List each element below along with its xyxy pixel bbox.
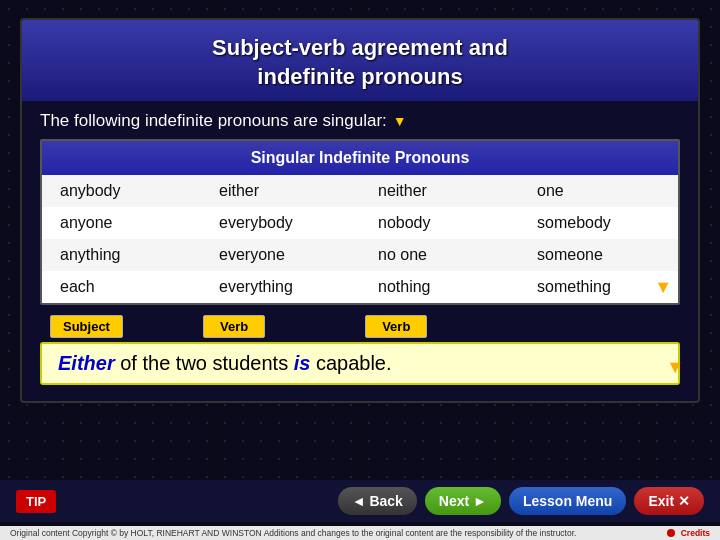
red-dot-icon <box>667 529 675 537</box>
exit-button[interactable]: Exit ✕ <box>634 487 704 515</box>
tip-badge: TIP <box>16 490 56 513</box>
pronouns-table: anybody either neither one anyone everyb… <box>42 175 678 303</box>
lesson-menu-button[interactable]: Lesson Menu <box>509 487 626 515</box>
table-cell: each <box>42 271 201 303</box>
table-cell: something ▼ <box>519 271 678 303</box>
nav-bar: TIP ◄ Back Next ► Lesson Menu Exit ✕ <box>0 480 720 522</box>
copyright-text: Original content Copyright © by HOLT, RI… <box>10 528 576 538</box>
table-cell: someone <box>519 239 678 271</box>
verb1-label: Verb <box>203 315 265 338</box>
subtitle-text: The following indefinite pronouns are si… <box>40 111 387 131</box>
table-row: anyone everybody nobody somebody <box>42 207 678 239</box>
back-button[interactable]: ◄ Back <box>338 487 417 515</box>
table-row: each everything nothing something ▼ <box>42 271 678 303</box>
credits-link[interactable]: Credits <box>681 528 710 538</box>
table-cell: everyone <box>201 239 360 271</box>
example-sentence: Either of the two students is capable. <box>40 342 680 385</box>
verb2-label: Verb <box>365 315 427 338</box>
table-cell: neither <box>360 175 519 207</box>
table-cell: either <box>201 175 360 207</box>
table-cell: anything <box>42 239 201 271</box>
highlighted-either: Either <box>58 352 115 374</box>
title-line1: Subject-verb agreement and <box>212 35 508 60</box>
title-line2: indefinite pronouns <box>257 64 462 89</box>
table-cell: no one <box>360 239 519 271</box>
table-row: anything everyone no one someone <box>42 239 678 271</box>
table-cell: anybody <box>42 175 201 207</box>
main-content-panel: Subject-verb agreement and indefinite pr… <box>20 18 700 403</box>
bottom-section: Subject Verb Verb Either of the two stud… <box>40 315 680 385</box>
label-row: Subject Verb Verb <box>40 315 680 338</box>
table-cell: nothing <box>360 271 519 303</box>
table-cell: everything <box>201 271 360 303</box>
title-bar: Subject-verb agreement and indefinite pr… <box>22 20 698 101</box>
highlighted-is: is <box>294 352 311 374</box>
next-button[interactable]: Next ► <box>425 487 501 515</box>
table-cell: anyone <box>42 207 201 239</box>
table-row: anybody either neither one <box>42 175 678 207</box>
copyright-bar: Original content Copyright © by HOLT, RI… <box>0 526 720 540</box>
table-cell: nobody <box>360 207 519 239</box>
credits-section: Credits <box>667 528 710 538</box>
table-dropdown-arrow-icon[interactable]: ▼ <box>654 277 672 298</box>
example-middle-text: of the two students <box>115 352 294 374</box>
example-dropdown-arrow-icon[interactable]: ▼ <box>666 357 684 378</box>
title-text: Subject-verb agreement and indefinite pr… <box>32 34 688 91</box>
table-header: Singular Indefinite Pronouns <box>42 141 678 175</box>
subtitle-row: The following indefinite pronouns are si… <box>22 101 698 139</box>
subject-label: Subject <box>50 315 123 338</box>
example-end-text: capable. <box>310 352 391 374</box>
nav-buttons: ◄ Back Next ► Lesson Menu Exit ✕ <box>338 487 704 515</box>
table-cell: somebody <box>519 207 678 239</box>
pronouns-table-wrapper: Singular Indefinite Pronouns anybody eit… <box>40 139 680 305</box>
subtitle-dropdown-arrow-icon[interactable]: ▼ <box>393 113 407 129</box>
table-cell: one <box>519 175 678 207</box>
table-cell: everybody <box>201 207 360 239</box>
